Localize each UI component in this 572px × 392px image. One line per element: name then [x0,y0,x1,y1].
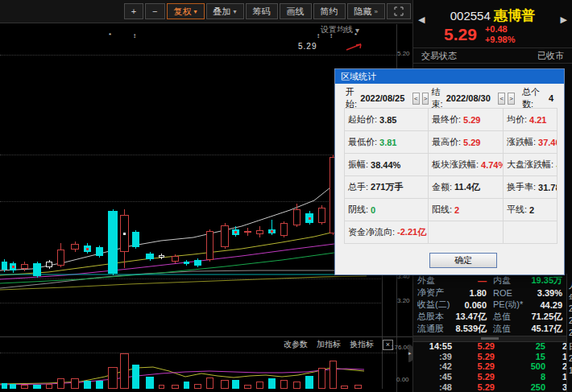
volume-bar [318,368,325,389]
candle [71,244,79,250]
dialog-date-range: 开始: 2022/08/25 < > 结束: 2022/08/30 < > 总个… [335,89,564,108]
candle [184,262,189,264]
axis-label: 176.00 [391,344,410,351]
stat-value: 0 [371,205,375,215]
stat-value: 31.78% [538,183,557,192]
stat-cell [504,221,557,244]
stat-label: 板块涨跌幅: [432,159,479,171]
stat-label: 资金净流向: [348,226,395,238]
candle [194,260,201,266]
change-params-link[interactable]: 改参数 [284,339,308,350]
tick-price: 5.29 [458,341,495,351]
signal-marker-icon: ↕ [317,32,320,39]
stat-cell: 均价:4.21 [504,109,557,131]
price-change-pct: +9.98% [485,35,516,45]
close-indicator-button[interactable]: × [383,340,393,350]
clipped-text: 20 [569,328,572,337]
volume-bar [159,385,164,389]
volume-bar [330,361,337,389]
stat-value: 2 [454,205,459,215]
clipped-text: 20 [569,354,572,363]
info-label: ROE [493,288,530,298]
candle-signal-dot [123,233,126,235]
switch-indicator-link[interactable]: 换指标 [350,339,374,350]
volume-bar [120,353,129,389]
stat-label: 最终价: [432,113,461,126]
trading-status-row: 交易状态 已收市 [413,47,572,64]
candle [108,211,118,274]
volume-bar [21,385,28,389]
tick-price: 5.29 [458,352,495,361]
panel-collapse-handle[interactable]: ▸ [408,345,413,362]
stat-cell: 最低价:3.81 [345,131,429,154]
end-next-button[interactable]: > [508,93,515,105]
volume-bar [194,384,201,389]
stat-value: 37.40% [538,138,557,147]
tick-volume: 15 [500,352,545,361]
volume-bar [108,367,118,389]
clipped-text: 人 [569,280,572,291]
stat-value: 5.29 [463,138,480,147]
stat-label: 涨跌幅: [507,136,536,148]
volume-bar [71,378,79,389]
stat-cell [429,221,504,244]
tick-list: 14:555.29252:395.29151:425.295002:455.29… [413,341,566,392]
clipped-text: 19 [569,366,572,375]
stock-title: 002554 惠博普 [413,6,572,25]
info-row: 流通股8.539亿流值45.17亿 [413,323,566,335]
clipped-text: 20 [569,316,572,325]
candle [2,262,7,270]
indicator-bar: 改参数加指标换指标× [284,339,393,350]
status-value: 已收市 [537,50,564,62]
stats-grid: 起始价:3.85最终价:5.29均价:4.21最低价:3.81最高价:5.29涨… [344,108,557,244]
tick-count: 3 [551,382,566,392]
stat-label: 阴线: [348,204,368,216]
start-next-button[interactable]: > [422,93,429,105]
ma-settings-link[interactable]: 设置均线 ▾ [321,24,359,35]
volume-bar [46,384,52,389]
candle-signal-dot [86,248,89,250]
fundamental-info: 外盘—内盘19.35万净资产1.80ROE3.39%收益(二)0.060PE(动… [413,274,566,335]
volume-bar [132,365,139,389]
info-label: 总值 [493,311,530,323]
stat-value: 5.29 [463,115,480,125]
stat-value: 38.44% [371,160,400,170]
ok-button[interactable]: 确定 [429,253,497,268]
volume-bar [96,381,103,389]
axis-label: 5.20 [397,50,410,57]
candle [132,232,139,247]
tick-volume: 8 [500,372,545,382]
status-label: 交易状态 [421,50,457,62]
start-date: 2022/08/25 [360,93,404,103]
info-row: 收益(二)0.060PE(动)*44.29 [413,299,566,311]
dialog-titlebar[interactable]: 区域统计 [335,69,564,84]
volume-bar [280,380,288,389]
stat-value: 11.4亿 [454,181,480,193]
info-row: 净资产1.80ROE3.39% [413,287,566,299]
info-label: 流值 [493,323,530,335]
candle [244,231,251,233]
axis-label: 0.00 [396,376,409,383]
start-prev-button[interactable]: < [412,93,420,105]
add-indicator-link[interactable]: 加指标 [317,339,341,350]
stat-value: 4.74% [481,160,504,170]
signal-marker-icon: * [354,31,357,39]
price-change: +0.48 [485,24,516,35]
end-prev-button[interactable]: < [498,93,505,105]
candle [280,223,288,236]
stock-code: 002554 [450,9,491,23]
clipped-side-column: 人年202020日2019 [566,274,572,392]
info-value: 71.25亿 [530,311,562,323]
stat-cell: 总手:271万手 [345,176,429,199]
candle [172,256,179,262]
volume-bar [268,378,276,389]
info-label: 内盘 [493,274,530,287]
stat-label: 振幅: [348,159,368,171]
candle [21,264,28,269]
candle-signal-dot [12,266,15,268]
info-label: 总股本 [417,311,454,323]
info-value: 1.80 [454,288,487,298]
count-value: 4 [549,93,553,103]
candle [46,262,52,267]
volume-bar [57,378,64,389]
